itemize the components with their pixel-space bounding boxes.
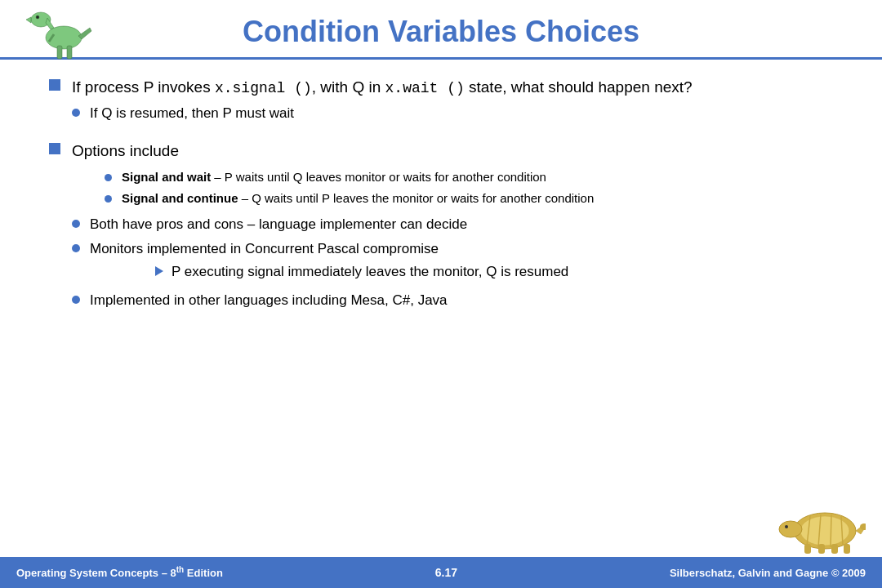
- bullet-sq-icon-2: [49, 143, 60, 154]
- svg-marker-2: [26, 17, 31, 23]
- bullet-sq-icon-1: [49, 79, 60, 91]
- bullet-2-sub1-text: Signal and wait – P waits until Q leaves…: [122, 168, 546, 185]
- bullet-1-text: If process P invokes x.signal (), with Q…: [72, 76, 693, 128]
- slide-title: Condition Variables Choices: [243, 15, 639, 49]
- signal-func: x.signal (): [215, 80, 312, 96]
- bullet-arrow-icon: [155, 266, 163, 276]
- bullet-4-label: Monitors implemented in Concurrent Pasca…: [90, 241, 439, 256]
- bullet-1-sub: If Q is resumed, then P must wait: [72, 104, 693, 123]
- svg-rect-19: [831, 544, 838, 554]
- bullet-1-mid: , with Q in: [312, 78, 385, 96]
- slide-header: Condition Variables Choices: [0, 0, 882, 60]
- svg-point-16: [785, 525, 788, 528]
- svg-rect-20: [844, 544, 850, 554]
- svg-line-13: [831, 514, 831, 547]
- slide-footer: Operating System Concepts – 8th Edition …: [0, 557, 882, 588]
- sub1-bold: Signal and wait: [122, 170, 211, 184]
- bullet-4-text: Monitors implemented in Concurrent Pasca…: [90, 239, 568, 286]
- dino-top-icon: [23, 5, 96, 64]
- svg-rect-17: [804, 544, 811, 554]
- bullet-2-sub1: Signal and wait – P waits until Q leaves…: [105, 168, 594, 185]
- bullet-circle-icon-4: [72, 244, 80, 252]
- svg-point-15: [779, 521, 802, 537]
- bullet-2-label: Options include: [72, 142, 179, 159]
- footer-left-suffix: Edition: [184, 568, 223, 580]
- wait-func: x.wait (): [385, 80, 465, 96]
- bullet-1: If process P invokes x.signal (), with Q…: [49, 76, 833, 128]
- bullet-3-text: Both have pros and cons – language imple…: [90, 215, 467, 234]
- bullet-5-text: Implemented in other languages including…: [90, 291, 448, 310]
- slide-content: If process P invokes x.signal (), with Q…: [0, 60, 882, 333]
- bullet-circle-icon-3: [72, 220, 80, 228]
- sub2-rest: – Q waits until P leaves the monitor or …: [238, 191, 595, 205]
- bullet-3: Both have pros and cons – language imple…: [72, 215, 594, 234]
- bullet-1-suffix: state, what should happen next?: [465, 78, 693, 96]
- bullet-small-circle-icon-1: [105, 174, 112, 181]
- bullet-2-sub2: Signal and continue – Q waits until P le…: [105, 189, 594, 207]
- footer-left: Operating System Concepts – 8th Edition: [16, 565, 223, 579]
- bullet-circle-icon-1: [72, 109, 80, 117]
- sub2-bold: Signal and continue: [122, 191, 238, 205]
- footer-left-text: Operating System Concepts – 8: [16, 568, 176, 580]
- svg-rect-7: [67, 46, 72, 59]
- bullet-1-prefix: If process P invokes: [72, 78, 215, 96]
- bullet-2: Options include Signal and wait – P wait…: [49, 140, 833, 315]
- bullet-4: Monitors implemented in Concurrent Pasca…: [72, 239, 594, 286]
- bullet-1-sub-text: If Q is resumed, then P must wait: [90, 104, 294, 123]
- bullet-2-text: Options include Signal and wait – P wait…: [72, 140, 594, 315]
- bullet-4-sub-text: P executing signal immediately leaves th…: [172, 262, 568, 282]
- sub1-rest: – P waits until Q leaves monitor or wait…: [211, 170, 546, 184]
- slide: Condition Variables Choices If process P…: [0, 0, 882, 588]
- bullet-5: Implemented in other languages including…: [72, 291, 594, 310]
- footer-center: 6.17: [435, 566, 457, 579]
- svg-point-3: [36, 16, 39, 19]
- bullet-2-sub2-text: Signal and continue – Q waits until P le…: [122, 189, 594, 207]
- bullet-4-sub: P executing signal immediately leaves th…: [155, 262, 568, 282]
- svg-rect-6: [57, 46, 62, 59]
- footer-right: Silberschatz, Galvin and Gagne © 2009: [670, 567, 866, 579]
- footer-left-sup: th: [176, 565, 184, 574]
- dino-bottom-right-icon: [776, 490, 866, 555]
- bullet-circle-icon-5: [72, 296, 80, 304]
- bullet-small-circle-icon-2: [105, 195, 112, 203]
- svg-rect-18: [818, 544, 825, 554]
